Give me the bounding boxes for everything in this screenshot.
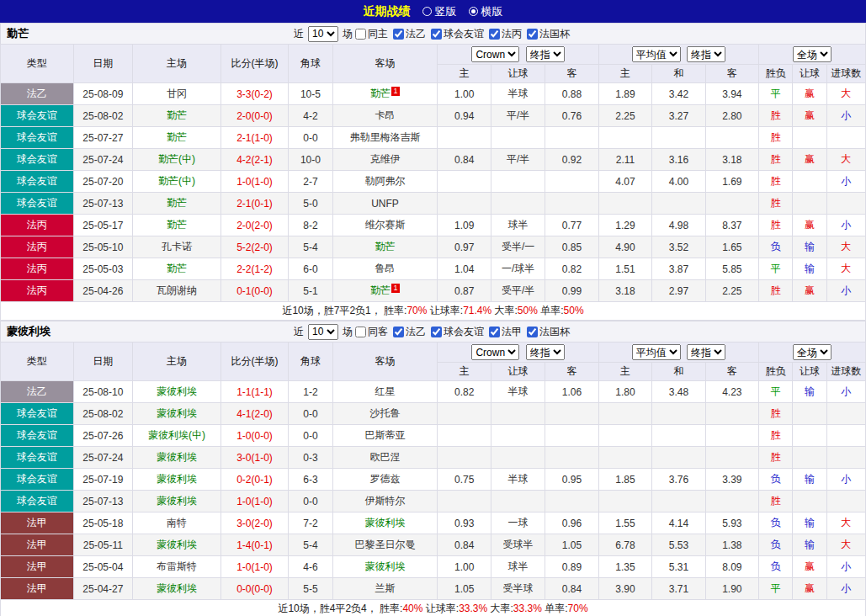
league-cell[interactable]: 球会友谊 <box>1 105 74 127</box>
league-filter-checkbox[interactable] <box>489 29 500 40</box>
team-link[interactable]: 勤芒 <box>370 284 390 296</box>
league-cell[interactable]: 球会友谊 <box>1 491 74 512</box>
league-cell[interactable]: 球会友谊 <box>1 149 74 171</box>
team-link[interactable]: 克维伊 <box>370 153 401 165</box>
same-venue-checkbox[interactable] <box>355 29 366 40</box>
team-link[interactable]: 蒙彼利埃(中) <box>148 429 205 441</box>
team-link[interactable]: 甘冈 <box>167 88 187 99</box>
team-link[interactable]: 勤芒 <box>167 197 187 209</box>
league-filter-checkbox[interactable] <box>393 29 404 40</box>
team-link[interactable]: 巴斯蒂亚 <box>365 429 406 441</box>
league-cell[interactable]: 法甲 <box>1 578 74 600</box>
team-link[interactable]: 勤芒 <box>375 241 396 252</box>
team-link[interactable]: 瓦朗谢纳 <box>157 284 197 296</box>
league-cell[interactable]: 球会友谊 <box>1 403 74 425</box>
league-filter-option[interactable]: 法乙 <box>392 325 426 339</box>
away-team-cell: 勤芒1 <box>332 280 438 302</box>
league-cell[interactable]: 球会友谊 <box>1 127 74 149</box>
team-link[interactable]: 沙托鲁 <box>370 407 401 419</box>
league-cell[interactable]: 法乙 <box>1 83 74 105</box>
team-link[interactable]: 勤芒 <box>370 88 390 99</box>
euro-average-select[interactable]: 平均值 <box>632 46 681 62</box>
team-link[interactable]: 蒙彼利埃 <box>365 560 406 572</box>
league-filter-checkbox[interactable] <box>393 327 404 337</box>
radio-unselected-icon[interactable] <box>422 7 432 16</box>
same-venue-option[interactable]: 同客 <box>354 325 388 339</box>
radio-selected-icon[interactable] <box>469 7 478 16</box>
team-link[interactable]: 勒阿弗尔 <box>365 175 406 187</box>
match-count-select[interactable]: 10 <box>308 324 338 340</box>
league-filter-option[interactable]: 球会友谊 <box>430 325 484 339</box>
away-team-cell: 卡昂 <box>332 105 438 127</box>
team-link[interactable]: 兰斯 <box>375 582 396 594</box>
score-cell: 3-3(0-2) <box>220 83 289 105</box>
league-filter-option[interactable]: 球会友谊 <box>430 27 484 41</box>
scope-select[interactable]: 全场 <box>793 46 831 62</box>
league-filter-checkbox[interactable] <box>431 327 442 337</box>
team-link[interactable]: 蒙彼利埃 <box>157 385 197 397</box>
team-link[interactable]: 弗勒里梅洛吉斯 <box>350 131 421 143</box>
team-link[interactable]: 勤芒 <box>167 219 187 231</box>
league-cell[interactable]: 法甲 <box>1 534 74 556</box>
team-link[interactable]: 蒙彼利埃 <box>157 451 197 463</box>
team-link[interactable]: 巴黎圣日尔曼 <box>355 539 416 550</box>
team-link[interactable]: 勤芒(中) <box>158 153 195 165</box>
layout-horizontal-option[interactable]: 横版 <box>469 4 503 19</box>
team-link[interactable]: 南特 <box>167 517 187 528</box>
league-cell[interactable]: 法甲 <box>1 556 74 578</box>
league-cell[interactable]: 球会友谊 <box>1 193 74 215</box>
league-filter-checkbox[interactable] <box>527 327 538 337</box>
odds-source-select[interactable]: Crown <box>471 46 519 62</box>
team-link[interactable]: 蒙彼利埃 <box>157 473 197 485</box>
team-link[interactable]: 勤芒 <box>167 263 187 274</box>
team-link[interactable]: 欧巴涅 <box>370 451 401 463</box>
league-cell[interactable]: 法丙 <box>1 258 74 280</box>
league-cell[interactable]: 法甲 <box>1 512 74 534</box>
odds-source-select[interactable]: Crown <box>471 344 519 360</box>
team-link[interactable]: 蒙彼利埃 <box>157 495 197 507</box>
match-count-select[interactable]: 10 <box>308 26 338 42</box>
same-venue-option[interactable]: 同主 <box>354 27 388 41</box>
team-link[interactable]: 孔卡诺 <box>162 241 192 252</box>
team-link[interactable]: 蒙彼利埃 <box>157 539 197 550</box>
team-link[interactable]: 蒙彼利埃 <box>157 407 197 419</box>
league-filter-option[interactable]: 法国杯 <box>526 325 570 339</box>
league-cell[interactable]: 球会友谊 <box>1 469 74 491</box>
euro-average-select[interactable]: 平均值 <box>632 344 681 360</box>
team-link[interactable]: 红星 <box>375 385 396 397</box>
team-link[interactable]: UNFP <box>371 198 399 210</box>
team-link[interactable]: 伊斯特尔 <box>365 495 406 507</box>
layout-vertical-option[interactable]: 竖版 <box>422 4 457 19</box>
team-link[interactable]: 维尔赛斯 <box>365 219 406 231</box>
league-cell[interactable]: 球会友谊 <box>1 425 74 447</box>
league-filter-option[interactable]: 法丙 <box>488 27 522 41</box>
team-link[interactable]: 蒙彼利埃 <box>157 582 197 594</box>
league-filter-option[interactable]: 法乙 <box>392 27 426 41</box>
league-filter-option[interactable]: 法甲 <box>488 325 522 339</box>
euro-final-select[interactable]: 终指 <box>687 46 725 62</box>
league-filter-checkbox[interactable] <box>489 327 500 337</box>
team-link[interactable]: 布雷斯特 <box>157 560 197 572</box>
league-cell[interactable]: 球会友谊 <box>1 171 74 193</box>
team-link[interactable]: 勤芒 <box>167 109 187 121</box>
league-filter-checkbox[interactable] <box>527 29 538 40</box>
same-venue-checkbox[interactable] <box>355 327 366 337</box>
league-filter-option[interactable]: 法国杯 <box>526 27 570 41</box>
home-team-cell: 蒙彼利埃 <box>133 469 221 491</box>
team-link[interactable]: 卡昂 <box>375 109 396 121</box>
team-link[interactable]: 勤芒(中) <box>158 175 195 187</box>
league-cell[interactable]: 法丙 <box>1 215 74 236</box>
league-filter-checkbox[interactable] <box>431 29 442 40</box>
asian-final-select[interactable]: 终指 <box>526 344 565 360</box>
scope-select[interactable]: 全场 <box>793 344 831 360</box>
league-cell[interactable]: 法丙 <box>1 236 74 258</box>
league-cell[interactable]: 球会友谊 <box>1 447 74 469</box>
league-cell[interactable]: 法乙 <box>1 381 74 403</box>
team-link[interactable]: 蒙彼利埃 <box>365 517 406 528</box>
team-link[interactable]: 罗德兹 <box>370 473 401 485</box>
league-cell[interactable]: 法丙 <box>1 280 74 302</box>
team-link[interactable]: 鲁昂 <box>375 263 396 274</box>
team-link[interactable]: 勤芒 <box>167 131 187 143</box>
asian-final-select[interactable]: 终指 <box>526 46 565 62</box>
euro-final-select[interactable]: 终指 <box>687 344 725 360</box>
